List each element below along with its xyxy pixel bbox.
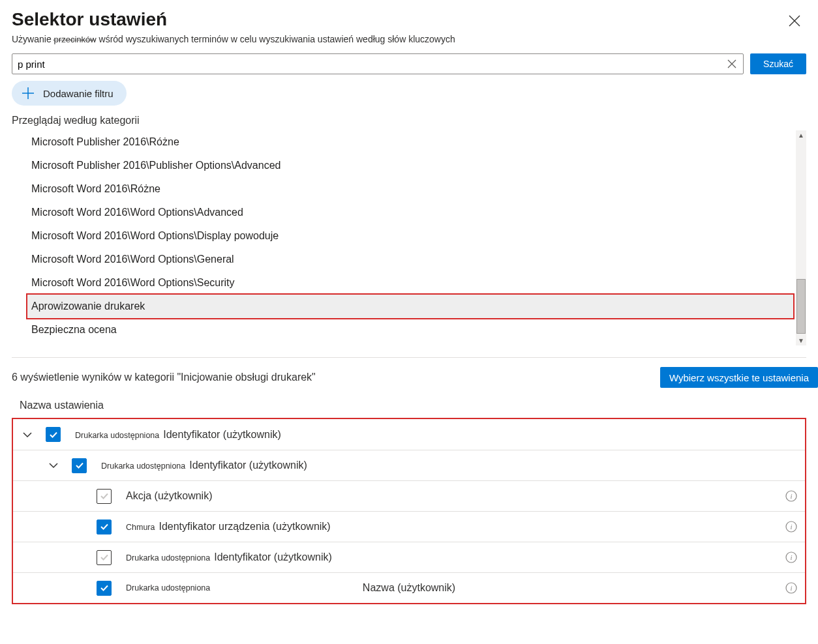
setting-row[interactable]: Akcja (użytkownik)i [13, 480, 805, 511]
category-item[interactable]: Aprowizowanie drukarek [27, 295, 793, 318]
setting-row[interactable]: Drukarka udostępnionaIdentyfikator (użyt… [13, 450, 805, 480]
add-filter-button[interactable]: Dodawanie filtru [12, 81, 127, 106]
settings-table: Drukarka udostępnionaIdentyfikator (użyt… [12, 418, 806, 604]
setting-label: Drukarka udostępnionaIdentyfikator (użyt… [75, 429, 797, 441]
plus-icon [21, 86, 35, 100]
info-icon[interactable]: i [785, 490, 797, 502]
checkbox[interactable] [97, 581, 112, 596]
browse-by-category-label: Przeglądaj według kategorii [0, 112, 818, 130]
setting-label: Drukarka udostępniona [126, 583, 785, 593]
checkbox[interactable] [97, 550, 112, 565]
select-all-button[interactable]: Wybierz wszystkie te ustawienia [660, 367, 818, 388]
category-item[interactable]: Microsoft Word 2016\Word Options\Display… [27, 224, 793, 248]
setting-row[interactable]: Drukarka udostępnionaNazwa (użytkownik)i [13, 572, 805, 603]
info-icon[interactable]: i [785, 551, 797, 563]
checkbox[interactable] [46, 427, 61, 442]
search-input[interactable] [18, 59, 726, 70]
setting-label: Akcja (użytkownik) [126, 490, 785, 502]
category-item[interactable]: Microsoft Word 2016\Word Options\General [27, 248, 793, 271]
setting-label: ChmuraIdentyfikator urządzenia (użytkown… [126, 521, 785, 533]
results-count: 6 wyświetlenie wyników w kategorii "Inic… [12, 372, 316, 383]
info-icon[interactable]: i [785, 582, 797, 594]
setting-label: Drukarka udostępnionaIdentyfikator (użyt… [126, 551, 785, 563]
add-filter-label: Dodawanie filtru [43, 88, 114, 99]
checkbox[interactable] [97, 489, 112, 504]
info-icon[interactable]: i [785, 521, 797, 533]
dialog-title: Selektor ustawień [12, 9, 167, 30]
search-button[interactable]: Szukać [750, 53, 806, 74]
checkbox[interactable] [72, 458, 87, 473]
scroll-down-icon[interactable]: ▼ [796, 336, 806, 345]
search-box[interactable] [12, 53, 744, 74]
svg-text:i: i [790, 553, 792, 561]
checkbox[interactable] [97, 520, 112, 534]
setting-label: Drukarka udostępnionaIdentyfikator (użyt… [101, 460, 797, 471]
category-item[interactable]: Bezpieczna ocena [27, 318, 793, 342]
svg-text:i: i [790, 523, 792, 531]
category-item[interactable]: Microsoft Publisher 2016\Publisher Optio… [27, 154, 793, 177]
category-item[interactable]: Microsoft Publisher 2016\Różne [27, 130, 793, 154]
chevron-down-icon[interactable] [21, 428, 34, 441]
column-header-setting-name: Nazwa ustawienia [0, 388, 818, 418]
dialog-subtitle: Używanie przecinków wśród wyszukiwanych … [0, 30, 818, 44]
scroll-up-icon[interactable]: ▲ [796, 130, 806, 140]
setting-row[interactable]: ChmuraIdentyfikator urządzenia (użytkown… [13, 511, 805, 542]
scrollbar[interactable]: ▲ ▼ [796, 130, 806, 345]
setting-center-label: Nazwa (użytkownik) [363, 582, 455, 594]
svg-text:i: i [790, 492, 792, 500]
close-icon[interactable] [787, 13, 802, 29]
category-list: Microsoft Publisher 2016\RóżneMicrosoft … [0, 130, 818, 345]
category-item[interactable]: Microsoft Word 2016\Różne [27, 177, 793, 201]
category-item[interactable]: Microsoft Word 2016\Word Options\Advance… [27, 201, 793, 224]
setting-row[interactable]: Drukarka udostępnionaIdentyfikator (użyt… [13, 542, 805, 572]
category-item[interactable]: Microsoft Word 2016\Word Options\Securit… [27, 271, 793, 295]
setting-row[interactable]: Drukarka udostępnionaIdentyfikator (użyt… [13, 419, 805, 450]
svg-text:i: i [790, 584, 792, 592]
clear-search-icon[interactable] [726, 58, 738, 70]
scroll-thumb[interactable] [796, 279, 806, 334]
chevron-down-icon[interactable] [47, 459, 60, 472]
